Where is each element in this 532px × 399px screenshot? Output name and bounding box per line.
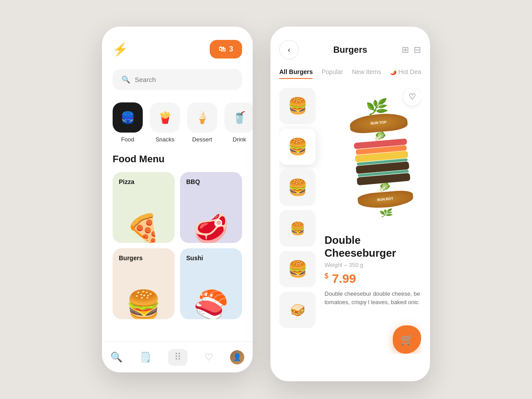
food-icon: 🍔 [121, 111, 135, 125]
menu-card-burgers[interactable]: Burgers 🍔 [113, 248, 175, 319]
burger-thumb-1[interactable]: 🍔 [279, 88, 316, 124]
heart-icon: ♡ [409, 92, 416, 102]
sushi-food: 🍣 [180, 270, 242, 319]
add-cart-icon: 🛒 [400, 333, 414, 346]
grid-view-icon[interactable]: ⊞ [402, 44, 409, 55]
cart-icon: 🛍 [219, 45, 226, 53]
category-drinks[interactable]: 🥤 Drink [224, 102, 253, 143]
list-view-icon[interactable]: ⊟ [414, 44, 421, 55]
burger-thumb-4[interactable]: 🍔 [279, 210, 316, 246]
burger-hero-image: 🌿 BUN TOP 🥬 🥬 BUN BOT 🌿 [325, 88, 421, 230]
menu-card-sushi[interactable]: Sushi 🍣 [180, 248, 242, 319]
burgers-emoji: 🍔 [126, 291, 161, 319]
snacks-icon-box: 🍟 [150, 102, 180, 133]
search-icon: 🔍 [121, 75, 130, 84]
food-label: Food [121, 136, 134, 143]
product-price: $ 7.99 [325, 272, 421, 286]
nav-favorites[interactable]: ♡ [204, 352, 213, 363]
app-logo: ⚡ [113, 42, 128, 57]
menu-grid: Pizza 🍕 BBQ 🥩 Burgers 🍔 Sushi [113, 172, 242, 319]
add-to-cart-button[interactable]: 🛒 [393, 325, 421, 354]
search-bar[interactable]: 🔍 [113, 69, 242, 90]
food-icon-box: 🍔 [113, 102, 143, 133]
price-value: 7.99 [332, 272, 356, 286]
product-description: Double cheesebur double cheese, be tomat… [325, 289, 421, 307]
pizza-label: Pizza [119, 178, 134, 185]
content-area: 🍔 🍔 🍔 🍔 🍔 🥪 ♡ 🌿 BUN TOP 🥬 [279, 88, 421, 354]
nav-favorites-icon: ♡ [204, 352, 213, 363]
sushi-emoji: 🍣 [193, 291, 229, 319]
tab-hot-deals[interactable]: Hot Deals [390, 68, 421, 79]
burger-thumb-3[interactable]: 🍔 [279, 169, 316, 206]
menu-card-bbq[interactable]: BBQ 🥩 [180, 172, 242, 243]
snacks-icon: 🍟 [158, 111, 172, 125]
product-name: Double Cheeseburger [325, 234, 421, 260]
nav-grid[interactable]: ⠿ [168, 349, 188, 366]
dessert-icon: 🍦 [195, 111, 209, 125]
bottom-nav: 🔍 🗒️ ⠿ ♡ 👤 [102, 341, 253, 372]
dessert-label: Dessert [192, 136, 212, 143]
product-info: Double Cheeseburger Weight – 350 g $ 7.9… [325, 230, 421, 311]
nav-orders-icon: 🗒️ [139, 352, 151, 363]
burger-thumb-6[interactable]: 🥪 [279, 292, 316, 328]
burger-list: 🍔 🍔 🍔 🍔 🍔 🥪 [279, 88, 319, 354]
burger-thumb-5[interactable]: 🍔 [279, 251, 316, 287]
cart-count: 3 [229, 45, 233, 53]
burgers-label: Burgers [119, 254, 143, 262]
cart-button[interactable]: 🛍 3 [210, 40, 242, 59]
nav-avatar: 👤 [230, 350, 244, 364]
sushi-label: Sushi [186, 254, 203, 262]
right-header: ‹ Burgers ⊞ ⊟ [279, 40, 421, 59]
bbq-label: BBQ [186, 178, 200, 185]
category-dessert[interactable]: 🍦 Dessert [187, 102, 217, 143]
burger-thumb-2[interactable]: 🍔 [279, 129, 316, 165]
nav-orders[interactable]: 🗒️ [139, 352, 151, 363]
tab-new-items[interactable]: New Items [352, 68, 381, 79]
price-currency: $ [325, 272, 329, 279]
pizza-food: 🍕 [113, 194, 175, 243]
tab-all-burgers[interactable]: All Burgers [279, 68, 313, 79]
left-phone: ⚡ 🛍 3 🔍 🍔 Food 🍟 Snacks [102, 27, 253, 372]
burgers-food: 🍔 [113, 270, 175, 319]
back-icon: ‹ [288, 45, 290, 55]
view-options: ⊞ ⊟ [402, 44, 421, 55]
bbq-emoji: 🥩 [193, 215, 229, 243]
drinks-icon-box: 🥤 [224, 102, 253, 133]
bbq-food: 🥩 [180, 194, 242, 243]
nav-profile[interactable]: 👤 [230, 350, 244, 364]
favorite-button[interactable]: ♡ [403, 88, 421, 106]
left-header: ⚡ 🛍 3 [113, 40, 242, 59]
back-button[interactable]: ‹ [279, 40, 299, 59]
drinks-label: Drink [233, 136, 246, 143]
product-weight: Weight – 350 g [325, 262, 421, 268]
nav-grid-icon: ⠿ [174, 352, 181, 363]
drinks-icon: 🥤 [232, 111, 246, 125]
menu-card-pizza[interactable]: Pizza 🍕 [113, 172, 175, 243]
pizza-emoji: 🍕 [126, 215, 161, 243]
nav-search-icon: 🔍 [110, 352, 122, 363]
category-food[interactable]: 🍔 Food [113, 102, 143, 143]
tab-popular[interactable]: Popular [321, 68, 343, 79]
food-menu-title: Food Menu [113, 153, 242, 165]
page-title: Burgers [333, 45, 368, 55]
search-input[interactable] [135, 76, 233, 83]
category-tabs: All Burgers Popular New Items Hot Deals [279, 68, 421, 79]
snacks-label: Snacks [156, 136, 175, 143]
categories-row: 🍔 Food 🍟 Snacks 🍦 Dessert 🥤 D [113, 102, 242, 143]
category-snacks[interactable]: 🍟 Snacks [150, 102, 180, 143]
dessert-icon-box: 🍦 [187, 102, 217, 133]
product-detail: ♡ 🌿 BUN TOP 🥬 🥬 [325, 88, 421, 354]
nav-search[interactable]: 🔍 [110, 352, 122, 363]
right-phone: ‹ Burgers ⊞ ⊟ All Burgers Popular New It… [270, 27, 430, 381]
